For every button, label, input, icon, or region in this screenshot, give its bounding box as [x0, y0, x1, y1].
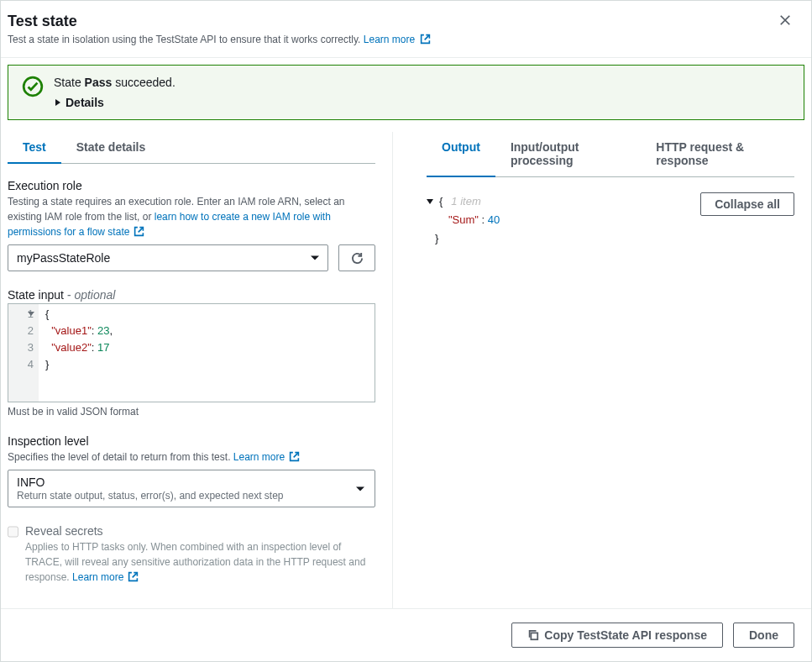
execution-role-hint: Testing a state requires an execution ro… [8, 194, 375, 239]
success-icon [22, 76, 44, 100]
alert-content: State Pass succeeded. Details [54, 76, 790, 109]
inspection-level-hint-text: Specifies the level of detail to return … [8, 451, 233, 463]
state-input-label-text: State input [8, 288, 64, 302]
inspection-level-hint: Specifies the level of detail to return … [8, 449, 375, 465]
dialog-footer: Copy TestState API response Done [1, 608, 811, 661]
collapse-all-button[interactable]: Collapse all [700, 192, 794, 216]
json-brace-open: { [439, 192, 443, 211]
inspection-level-field: Inspection level Specifies the level of … [8, 434, 375, 507]
json-row-open: { 1 item [427, 192, 690, 211]
inspection-level-desc: Return state output, status, error(s), a… [17, 490, 349, 502]
state-input-label: State input - optional [8, 288, 375, 302]
learn-more-link[interactable]: Learn more [364, 34, 431, 45]
test-state-dialog: Test state Test a state in isolation usi… [0, 0, 812, 662]
dialog-body: State Pass succeeded. Details Test State… [1, 58, 811, 608]
inspection-level-value: INFO [17, 475, 349, 489]
tab-test[interactable]: Test [8, 132, 61, 164]
json-item-hint: 1 item [451, 192, 480, 211]
code-body[interactable]: { "value1": 23, "value2": 17} [39, 304, 119, 402]
external-link-icon [134, 226, 144, 237]
subtitle-text: Test a state in isolation using the Test… [8, 34, 364, 45]
reveal-secrets-desc: Applies to HTTP tasks only. When combine… [25, 539, 375, 585]
alert-state-name: Pass [85, 76, 113, 89]
columns: Test State details Execution role Testin… [8, 132, 804, 608]
details-label: Details [65, 96, 104, 109]
json-row-close: } [427, 229, 690, 248]
state-input-editor[interactable]: 1234 { "value1": 23, "value2": 17} [8, 303, 375, 402]
reveal-secrets-row: Reveal secrets Applies to HTTP tasks onl… [8, 524, 375, 585]
dialog-subtitle: Test a state in isolation using the Test… [8, 34, 431, 45]
json-colon: : [479, 213, 488, 226]
alert-suffix: succeeded. [112, 76, 175, 89]
execution-role-value: myPassStateRole [17, 251, 110, 265]
role-row: myPassStateRole [8, 244, 375, 271]
left-tabs: Test State details [8, 132, 375, 164]
json-toggle-icon[interactable] [427, 199, 433, 204]
code-gutter: 1234 [8, 304, 39, 402]
alert-prefix: State [54, 76, 85, 89]
caret-right-icon [54, 98, 62, 107]
state-input-below: Must be in valid JSON format [8, 406, 375, 418]
external-link-icon [128, 571, 139, 582]
reveal-secrets-field: Reveal secrets Applies to HTTP tasks onl… [8, 524, 375, 585]
inspection-level-select[interactable]: INFO Return state output, status, error(… [8, 470, 375, 507]
copy-icon [527, 629, 539, 641]
header-text: Test state Test a state in isolation usi… [8, 11, 431, 45]
right-column: Output Input/output processing HTTP requ… [427, 132, 804, 608]
execution-role-label: Execution role [8, 179, 375, 192]
output-area: { 1 item "Sum" : 40 } Collapse all [427, 192, 794, 248]
external-link-icon [420, 34, 431, 45]
execution-role-field: Execution role Testing a state requires … [8, 179, 375, 271]
refresh-button[interactable] [338, 244, 375, 271]
tab-state-details[interactable]: State details [61, 132, 160, 164]
reveal-secrets-learn-more-text: Learn more [72, 571, 123, 583]
inspection-learn-more-text: Learn more [233, 451, 285, 463]
state-input-field: State input - optional 1234 { "value1": … [8, 288, 375, 418]
tab-io-processing[interactable]: Input/output processing [495, 132, 641, 177]
inspection-learn-more-link[interactable]: Learn more [233, 451, 300, 463]
external-link-icon [289, 451, 300, 462]
json-viewer: { 1 item "Sum" : 40 } [427, 192, 690, 248]
close-icon [779, 14, 791, 26]
reveal-secrets-checkbox[interactable] [8, 526, 18, 538]
dialog-title: Test state [8, 11, 431, 32]
json-value: 40 [488, 213, 500, 226]
close-button[interactable] [776, 11, 794, 32]
dialog-header: Test state Test a state in isolation usi… [1, 1, 811, 58]
json-brace-close: } [435, 232, 438, 244]
json-row-kv: "Sum" : 40 [427, 211, 690, 229]
done-button[interactable]: Done [733, 623, 794, 648]
copy-response-button[interactable]: Copy TestState API response [511, 623, 723, 648]
success-alert: State Pass succeeded. Details [8, 65, 804, 120]
details-toggle[interactable]: Details [54, 96, 790, 109]
learn-more-text: Learn more [364, 34, 415, 45]
tab-http[interactable]: HTTP request & response [641, 132, 794, 177]
tab-output[interactable]: Output [427, 132, 495, 177]
right-tabs: Output Input/output processing HTTP requ… [427, 132, 794, 177]
inspection-level-label: Inspection level [8, 434, 375, 448]
reveal-secrets-learn-more-link[interactable]: Learn more [72, 571, 139, 583]
reveal-secrets-label: Reveal secrets [25, 524, 375, 538]
copy-response-label: Copy TestState API response [544, 628, 707, 642]
execution-role-select[interactable]: myPassStateRole [8, 244, 328, 271]
json-key: "Sum" [448, 213, 479, 226]
state-input-optional: - optional [67, 288, 116, 302]
svg-rect-1 [532, 633, 538, 639]
alert-title: State Pass succeeded. [54, 76, 790, 89]
left-column: Test State details Execution role Testin… [8, 132, 393, 608]
refresh-icon [351, 252, 364, 265]
reveal-secrets-text: Reveal secrets Applies to HTTP tasks onl… [25, 524, 375, 585]
